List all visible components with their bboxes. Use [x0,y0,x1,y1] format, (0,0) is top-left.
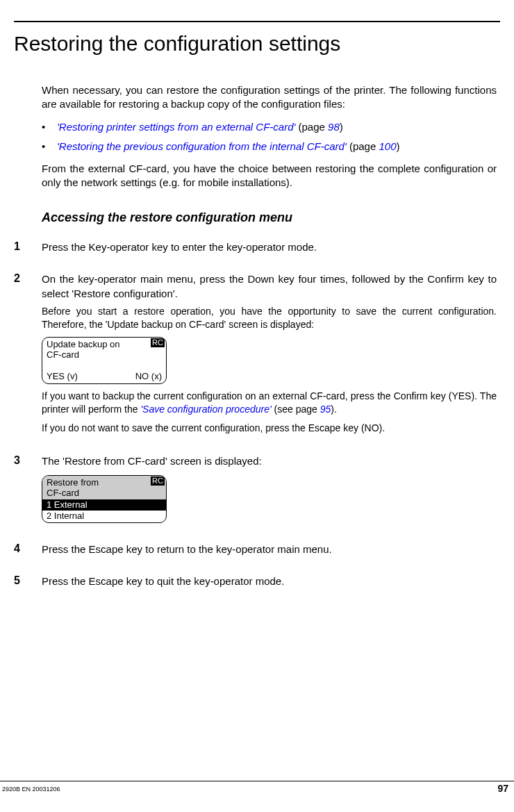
step-subtext: If you do not want to save the current c… [42,422,497,435]
step-body: Press the Escape key to quit the key-ope… [42,574,497,593]
bullet-suffix: (page [347,140,379,152]
lcd-screen-restore-from: RC Restore from CF-card 1 External 2 Int… [42,475,167,523]
step: 4 Press the Escape key to return to the … [42,542,497,561]
bullet-dot-icon: • [42,138,57,155]
page-ref[interactable]: 98 [328,121,340,133]
lcd-no: NO (x) [135,371,162,382]
top-rule [14,21,500,22]
footer-docid: 2920B EN 20031206 [2,786,60,793]
step-subtext: Before you start a restore operation, yo… [42,305,497,331]
lcd-inner: RC Update backup on CF-card YES (v) NO (… [42,338,166,383]
lcd-header-line: CF-card [47,488,162,499]
step-number: 4 [14,542,42,561]
bullet-text: 'Restoring the previous configuration fr… [57,138,400,155]
step-body: The 'Restore from CF-card' screen is dis… [42,454,497,529]
step-body: On the key-operator main menu, press the… [42,272,497,440]
lcd-line: CF-card [47,349,162,361]
link-restore-external[interactable]: 'Restoring printer settings from an exte… [57,121,295,133]
step-subtext: If you want to backup the current config… [42,390,497,416]
lcd-screen-update-backup: RC Update backup on CF-card YES (v) NO (… [42,337,167,384]
step-number: 2 [14,272,42,440]
sub2b: (see page [272,404,320,415]
lcd-yes: YES (v) [47,371,78,382]
bullet-item: • 'Restoring the previous configuration … [42,138,497,155]
intro-paragraph: When necessary, you can restore the conf… [42,83,497,112]
bullet-item: • 'Restoring printer settings from an ex… [42,119,497,135]
step-number: 5 [14,574,42,593]
link-save-procedure[interactable]: 'Save configuration procedure' [140,404,271,415]
step: 1 Press the Key-operator key to enter th… [42,240,497,258]
step-body: Press the Key-operator key to enter the … [42,240,497,258]
step: 3 The 'Restore from CF-card' screen is d… [42,454,497,529]
footer-rule [0,781,514,781]
after-bullets-paragraph: From the external CF-card, you have the … [42,162,497,190]
content-area: When necessary, you can restore the conf… [14,83,500,593]
lcd-header: RC Restore from CF-card [42,476,166,499]
step-body: Press the Escape key to return to the ke… [42,542,497,561]
step-text: Press the Escape key to return to the ke… [42,542,497,556]
lcd-badge: RC [151,477,165,486]
bullet-list: • 'Restoring printer settings from an ex… [42,119,497,155]
step-text: Press the Escape key to quit the key-ope… [42,574,497,588]
bullet-dot-icon: • [42,119,57,135]
step-text: The 'Restore from CF-card' screen is dis… [42,454,497,468]
lcd-option-selected: 1 External [42,499,166,511]
bullet-close: ) [340,121,343,133]
step-number: 1 [14,240,42,258]
step-text: On the key-operator main menu, press the… [42,272,497,301]
bullet-text: 'Restoring printer settings from an exte… [57,119,343,135]
lcd-line: Update backup on [47,339,162,350]
lcd-header-line: Restore from [47,477,162,488]
page-title: Restoring the configuration settings [14,32,500,56]
sub2c: ). [331,404,337,415]
step: 5 Press the Escape key to quit the key-o… [42,574,497,593]
bullet-close: ) [397,140,400,152]
lcd-option: 2 Internal [42,511,166,523]
lcd-badge: RC [151,338,165,347]
footer-page-number: 97 [497,783,508,794]
page-ref[interactable]: 100 [379,140,396,152]
bullet-suffix: (page [295,121,328,133]
section-subhead: Accessing the restore configuration menu [42,210,497,225]
lcd-line: YES (v) NO (x) [47,371,162,382]
step: 2 On the key-operator main menu, press t… [42,272,497,440]
step-text: Press the Key-operator key to enter the … [42,240,497,254]
lcd-line [47,361,162,372]
step-number: 3 [14,454,42,529]
page-ref[interactable]: 95 [320,404,331,415]
link-restore-internal[interactable]: 'Restoring the previous configuration fr… [57,140,347,152]
